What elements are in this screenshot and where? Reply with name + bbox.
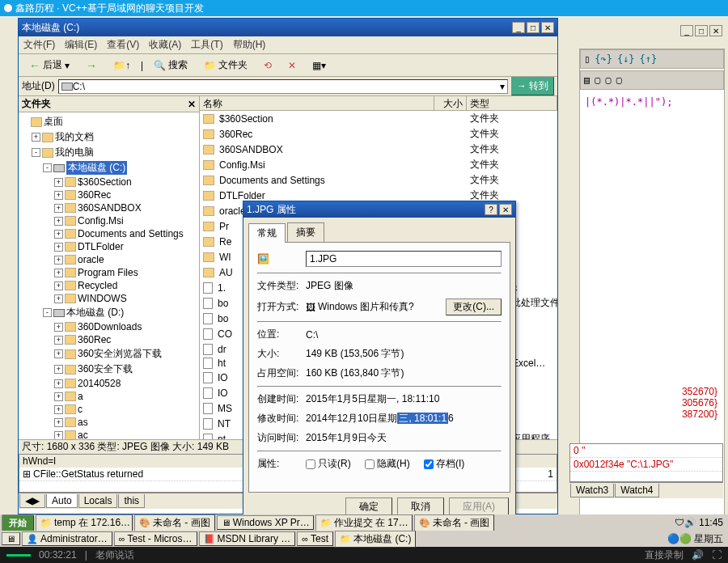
up-button[interactable]: 📁↑: [108, 57, 136, 74]
search-button[interactable]: 🔍搜索: [148, 56, 193, 74]
tb-ic[interactable]: ▢: [595, 74, 600, 86]
video-play-bar[interactable]: 00:32:21 | 老师说话 直接录制 🔊 ⛶: [0, 547, 728, 563]
explorer-min[interactable]: _: [512, 22, 525, 33]
list-item[interactable]: Documents and Settings文件夹: [200, 172, 557, 188]
menu-view[interactable]: 查看(V): [107, 38, 139, 52]
tree-node[interactable]: 桌面: [20, 114, 197, 129]
tree-node[interactable]: +a: [20, 390, 197, 403]
list-item[interactable]: $360Section文件夹: [200, 111, 557, 126]
task-item[interactable]: 📁作业提交 在 17…: [315, 514, 413, 531]
col-name[interactable]: 名称: [200, 96, 434, 110]
prop-titlebar[interactable]: 1.JPG 属性 ?✕: [243, 201, 515, 218]
tree-node[interactable]: +360Rec: [20, 333, 197, 346]
task-item[interactable]: 📁temp 在 172.16…: [36, 514, 133, 531]
step-into-icon[interactable]: {↓}: [617, 53, 635, 65]
filename-input[interactable]: 1.JPG: [306, 251, 502, 267]
menu-edit[interactable]: 编辑(E): [65, 38, 97, 52]
explorer-close[interactable]: ✕: [541, 22, 554, 33]
tree-node[interactable]: +WINDOWS: [20, 292, 197, 305]
tree-node[interactable]: +Recycled: [20, 279, 197, 292]
tree-node[interactable]: +360安全浏览器下载: [20, 346, 197, 362]
tab-summary[interactable]: 摘要: [287, 222, 324, 242]
tree-node[interactable]: -我的电脑: [20, 145, 197, 160]
prop-help[interactable]: ?: [485, 204, 497, 215]
tool-icon[interactable]: ▯: [584, 53, 590, 65]
tree-node[interactable]: +360安全下载: [20, 362, 197, 377]
tab-general[interactable]: 常规: [248, 223, 286, 243]
go-button[interactable]: → 转到: [511, 77, 554, 95]
vol-icon[interactable]: 🔊: [692, 549, 704, 561]
vs-close[interactable]: ✕: [709, 25, 722, 36]
tree-node[interactable]: +20140528: [20, 377, 197, 390]
tree-node[interactable]: +360Downloads: [20, 320, 197, 333]
tree-node[interactable]: +Documents and Settings: [20, 227, 197, 240]
folder-tree[interactable]: 桌面+我的文档-我的电脑-本地磁盘 (C:)+$360Section+360Re…: [19, 112, 199, 439]
tree-node[interactable]: +$360Section: [20, 176, 197, 188]
task-item[interactable]: 👤Administrator…: [22, 531, 112, 546]
tree-node[interactable]: +Program Files: [20, 266, 197, 279]
step-over-icon[interactable]: {↷}: [595, 53, 612, 65]
tab-this[interactable]: this: [118, 494, 145, 508]
expand-icon[interactable]: ⛶: [712, 549, 722, 561]
vs-min[interactable]: _: [680, 25, 693, 36]
back-button[interactable]: ←后退 ▾: [23, 56, 75, 74]
vs-max[interactable]: □: [695, 25, 708, 36]
tab-watch3[interactable]: Watch3: [570, 484, 614, 497]
tree-node[interactable]: +ac: [20, 429, 197, 439]
task-item[interactable]: 🖥Windows XP Pr…: [217, 515, 314, 530]
tab-locals[interactable]: Locals: [78, 494, 118, 508]
record-label[interactable]: 直接录制: [645, 548, 684, 562]
tree-node[interactable]: +我的文档: [20, 129, 197, 145]
chk-readonly[interactable]: 只读(R): [306, 457, 351, 471]
system-tray-2[interactable]: 🔵🟢 星期五: [664, 532, 726, 546]
tb-ic[interactable]: ▢: [616, 74, 622, 86]
quick-launch[interactable]: 🖥: [2, 532, 20, 545]
sync-button[interactable]: ⟲: [258, 57, 277, 74]
list-item[interactable]: 360Rec文件夹: [200, 126, 557, 142]
tree-node[interactable]: +as: [20, 416, 197, 429]
forward-button[interactable]: →: [80, 57, 103, 74]
delete-button[interactable]: ✕: [282, 57, 302, 74]
prop-close[interactable]: ✕: [499, 204, 512, 215]
explorer-titlebar[interactable]: 本地磁盘 (C:) _ □ ✕: [19, 19, 557, 36]
tree-node[interactable]: -本地磁盘 (C:): [20, 160, 197, 176]
list-item[interactable]: 360SANDBOX文件夹: [200, 142, 557, 157]
tree-node[interactable]: -本地磁盘 (D:): [20, 305, 197, 320]
tree-node[interactable]: +c: [20, 403, 197, 416]
start-button[interactable]: 开始: [2, 514, 34, 531]
col-type[interactable]: 类型: [467, 96, 557, 110]
tree-node[interactable]: +DTLFolder: [20, 240, 197, 253]
tab-watch4[interactable]: Watch4: [615, 484, 658, 497]
task-item[interactable]: 🎨未命名 - 画图: [414, 514, 495, 531]
folders-button[interactable]: 📁文件夹: [198, 56, 253, 74]
tab-auto[interactable]: Auto: [46, 494, 78, 508]
list-item[interactable]: Config.Msi文件夹: [200, 157, 557, 172]
tree-node[interactable]: +360Rec: [20, 188, 197, 201]
col-size[interactable]: 大小: [434, 96, 467, 110]
task-item[interactable]: ∞Test - Micros…: [114, 531, 197, 546]
tree-close[interactable]: ✕: [188, 99, 196, 110]
menu-help[interactable]: 帮助(H): [233, 38, 266, 52]
tb-ic[interactable]: ▢: [605, 74, 611, 86]
list-header[interactable]: 名称 大小 类型: [200, 96, 557, 111]
task-item[interactable]: 📕MSDN Library …: [199, 531, 296, 546]
step-out-icon[interactable]: {↑}: [640, 53, 658, 65]
tree-node[interactable]: +Config.Msi: [20, 214, 197, 227]
system-tray[interactable]: 🛡🔊 11:45: [671, 517, 726, 528]
menu-tools[interactable]: 工具(T): [191, 38, 222, 52]
tree-node[interactable]: +360SANDBOX: [20, 201, 197, 214]
change-button[interactable]: 更改(C)...: [446, 298, 502, 315]
vs-watch-toolbar[interactable]: ▤ ▢ ▢ ▢: [580, 70, 724, 90]
addr-input[interactable]: C:\ ▾: [58, 79, 508, 94]
explorer-max[interactable]: □: [527, 22, 540, 33]
task-item[interactable]: 📁本地磁盘 (C:): [335, 531, 416, 548]
menu-file[interactable]: 文件(F): [23, 38, 55, 52]
tb-ic[interactable]: ▤: [584, 74, 590, 86]
tree-node[interactable]: +oracle: [20, 253, 197, 266]
chk-archive[interactable]: 存档(I): [424, 457, 464, 471]
task-item[interactable]: ∞Test: [297, 531, 333, 546]
menu-fav[interactable]: 收藏(A): [149, 38, 181, 52]
chk-hidden[interactable]: 隐藏(H): [365, 457, 410, 471]
vs-debug-toolbar[interactable]: ▯ {↷} {↓} {↑}: [580, 49, 724, 69]
task-item[interactable]: 🎨未命名 - 画图: [134, 514, 215, 531]
